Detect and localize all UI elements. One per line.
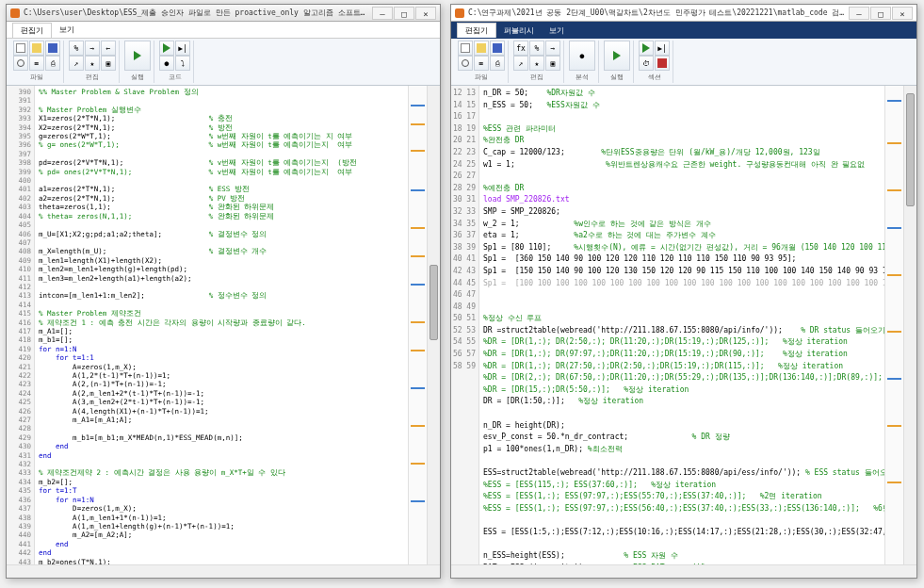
vertical-scrollbar-left[interactable]: [427, 86, 440, 564]
print-button[interactable]: ⎙: [490, 56, 505, 71]
toolbar-group-run-label: 실행: [131, 73, 144, 83]
line-gutter-right[interactable]: 12 13 14 15 16 17 18 19 20 21 22 23 24 2…: [451, 86, 479, 564]
minimize-button[interactable]: —: [372, 7, 393, 20]
goto-button[interactable]: ↗: [69, 56, 84, 71]
minimize-button[interactable]: —: [849, 7, 869, 20]
breakpoint-button[interactable]: ●: [159, 56, 174, 71]
run-button[interactable]: [124, 41, 151, 71]
compare-button[interactable]: ≡: [474, 56, 489, 71]
code-editor-right[interactable]: n_DR = 50; %DR자원값 수 n_ESS = 50; %ESS자원값 …: [479, 86, 884, 564]
bookmark-button[interactable]: ★: [529, 56, 544, 71]
find-icon: [17, 59, 24, 67]
window-controls-right: — □ ×: [849, 7, 913, 20]
find-button[interactable]: [13, 56, 28, 71]
toolbar-group-file-label: 파일: [475, 73, 488, 83]
bookmark-button[interactable]: ★: [85, 56, 100, 71]
save-button[interactable]: [490, 41, 505, 56]
find-button[interactable]: [458, 56, 473, 71]
app-icon: [10, 8, 20, 18]
indent-button[interactable]: →: [545, 41, 560, 56]
toolbar-group-section: ▶| ⏱ 섹션: [636, 41, 673, 83]
save-icon: [48, 43, 57, 53]
ribbon-tabs-right: 편집기 퍼블리시 보기: [451, 22, 916, 39]
titlebar-left[interactable]: C:\Users\user\Desktop\ESS_제출 승인자 파일로 만든 …: [7, 5, 440, 22]
toolbar-group-edit-label: 편집: [86, 73, 99, 83]
editor-window-left: C:\Users\user\Desktop\ESS_제출 승인자 파일로 만든 …: [6, 4, 441, 579]
toolbar-group-file-label: 파일: [30, 73, 43, 83]
save-icon: [493, 43, 502, 53]
code-editor-left[interactable]: %% Master Problem & Slave Problem 정의 % M…: [35, 86, 408, 564]
new-file-button[interactable]: [458, 41, 473, 56]
run-section-icon: [163, 43, 170, 53]
toolbar-group-breakpoints: ● 분석: [566, 41, 599, 83]
insert-button[interactable]: fx: [513, 41, 528, 56]
maximize-button[interactable]: □: [870, 7, 891, 20]
fold-button[interactable]: ▣: [101, 56, 116, 71]
open-file-icon: [477, 43, 486, 53]
goto-button[interactable]: ↗: [513, 56, 528, 71]
vertical-scrollbar-right[interactable]: [903, 86, 916, 564]
toolbar-group-section-label: 섹션: [648, 73, 661, 83]
tab-editor[interactable]: 편집기: [457, 23, 496, 38]
toolbar-group-edit-label: 편집: [530, 73, 543, 83]
save-button[interactable]: [45, 41, 60, 56]
new-file-icon: [461, 43, 470, 53]
breakpoints-button[interactable]: ●: [569, 41, 595, 71]
run-icon: [134, 51, 141, 60]
tab-publish[interactable]: 퍼블리시: [496, 24, 542, 38]
minimap-left[interactable]: [408, 86, 427, 564]
tab-view[interactable]: 보기: [542, 24, 572, 38]
compare-button[interactable]: ≡: [29, 56, 44, 71]
indent-button[interactable]: →: [85, 41, 100, 56]
open-file-button[interactable]: [474, 41, 489, 56]
scroll-thumb-left[interactable]: [430, 265, 438, 340]
new-file-button[interactable]: [13, 41, 28, 56]
run-advance-button[interactable]: ▶|: [655, 41, 670, 56]
toolbar-group-run: 실행: [601, 41, 634, 83]
horizontal-scrollbar-right[interactable]: [451, 564, 916, 578]
outdent-button[interactable]: ←: [101, 41, 116, 56]
line-gutter-left[interactable]: 390 391 392 393 394 395 396 397 398 399 …: [7, 86, 35, 564]
toolbar-group-run-label: 실행: [610, 73, 624, 83]
run-time-button[interactable]: ⏱: [639, 56, 654, 71]
toolbar-group-edit: fx % → ↗ ★ ▣ 편집: [511, 41, 564, 83]
step-button[interactable]: ⤵: [175, 56, 190, 71]
toolbar-right: ≡ ⎙ 파일 fx % → ↗ ★ ▣ 편집 ● 분석 실행: [451, 39, 916, 86]
titlebar-right[interactable]: C:\연구과제\2021년 공동 2단계_U00\맥갈차트\2차년도 민주평가 …: [451, 5, 916, 22]
find-icon: [462, 59, 469, 67]
toolbar-left: ≡ ⎙ 파일 % → ← ↗ ★ ▣ 편집 실행 ▶|: [7, 39, 440, 86]
editor-area-right: 12 13 14 15 16 17 18 19 20 21 22 23 24 2…: [451, 86, 916, 564]
section-run-button[interactable]: [159, 41, 174, 56]
ribbon-tabs-left: 편집기 보기: [7, 22, 440, 39]
app-icon: [455, 8, 464, 18]
tab-editor[interactable]: 편집기: [12, 23, 52, 38]
toolbar-group-run: 실행: [122, 41, 154, 83]
toolbar-group-file: ≡ ⎙ 파일: [455, 41, 509, 83]
run-section-icon: [642, 43, 650, 53]
editor-area-left: 390 391 392 393 394 395 396 397 398 399 …: [7, 86, 440, 564]
open-file-icon: [32, 43, 41, 53]
title-text-left: C:\Users\user\Desktop\ESS_제출 승인자 파일로 만든 …: [24, 8, 372, 18]
close-button[interactable]: ×: [415, 7, 436, 20]
toolbar-group-code-label: 코드: [169, 73, 182, 83]
stop-button[interactable]: [655, 56, 670, 71]
maximize-button[interactable]: □: [394, 7, 414, 20]
run-advance-button[interactable]: ▶|: [175, 41, 190, 56]
minimap-right[interactable]: [884, 86, 903, 564]
run-button[interactable]: [604, 41, 630, 71]
tab-view[interactable]: 보기: [52, 23, 82, 37]
scroll-thumb-right[interactable]: [906, 93, 915, 206]
toolbar-group-edit: % → ← ↗ ★ ▣ 편집: [66, 41, 120, 83]
comment-button[interactable]: %: [69, 41, 84, 56]
close-button[interactable]: ×: [892, 7, 913, 20]
run-section-button[interactable]: [639, 41, 654, 56]
horizontal-scrollbar-left[interactable]: [7, 564, 440, 578]
fold-button[interactable]: ▣: [545, 56, 560, 71]
editor-window-right: C:\연구과제\2021년 공동 2단계_U00\맥갈차트\2차년도 민주평가 …: [450, 4, 917, 579]
window-controls-left: — □ ×: [372, 7, 436, 20]
open-file-button[interactable]: [29, 41, 44, 56]
comment-button[interactable]: %: [529, 41, 544, 56]
toolbar-group-code: ▶| ● ⤵ 코드: [156, 41, 194, 83]
print-button[interactable]: ⎙: [45, 56, 60, 71]
run-icon: [613, 51, 621, 60]
